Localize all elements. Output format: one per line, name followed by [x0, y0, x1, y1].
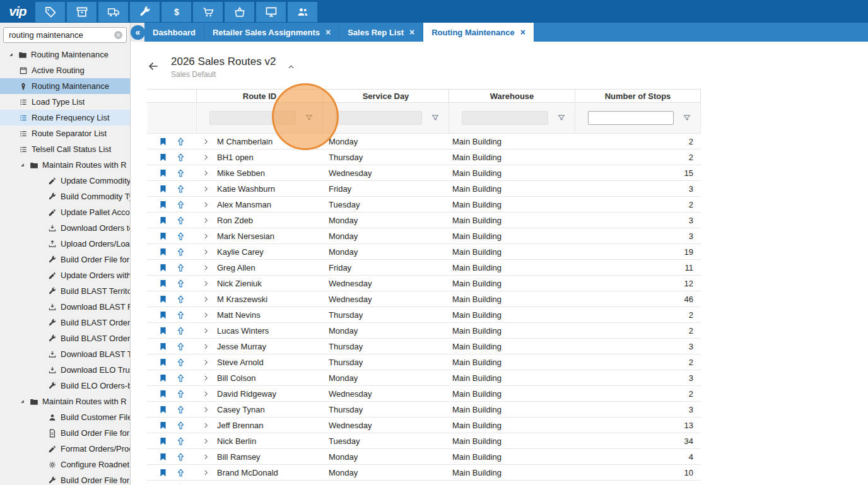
move-up-icon[interactable] [176, 373, 185, 383]
tab-routing-maintenance[interactable]: Routing Maintenance× [423, 23, 534, 42]
tree-item-maintain-routes-with-r[interactable]: Maintain Routes with R [0, 157, 130, 173]
table-row[interactable]: Jeff BrennanWednesdayMain Building13 [147, 418, 701, 433]
expand-row-icon[interactable] [202, 154, 209, 161]
service-day-filter-input[interactable] [336, 111, 422, 125]
app-logo[interactable]: vip [0, 0, 35, 23]
topbar-tab-basket[interactable] [225, 2, 254, 22]
column-header-service-day[interactable]: Service Day [322, 90, 449, 102]
table-row[interactable]: Steve ArnoldThursdayMain Building2 [147, 354, 701, 370]
move-up-icon[interactable] [176, 389, 185, 399]
warehouse-filter-input[interactable] [462, 111, 548, 125]
tree-item-maintain-routes-with-r[interactable]: Maintain Routes with R [0, 394, 130, 409]
tab-dashboard[interactable]: Dashboard [144, 23, 204, 42]
route-bookmark-icon[interactable] [158, 200, 168, 209]
close-tab-icon[interactable]: × [326, 27, 331, 37]
tab-retailer-sales-assignments[interactable]: Retailer Sales Assignments× [204, 23, 339, 42]
route-bookmark-icon[interactable] [158, 389, 168, 399]
expand-caret-icon[interactable] [19, 161, 26, 168]
expand-row-icon[interactable] [202, 453, 209, 460]
table-row[interactable]: Billy MardenThursdayMain Building [147, 481, 701, 485]
tree-item-format-orders-proc[interactable]: Format Orders/Proc [0, 441, 130, 457]
topbar-tab-wrench[interactable] [130, 2, 160, 22]
move-up-icon[interactable] [176, 310, 185, 320]
table-row[interactable]: Nick ZieniukWednesdayMain Building12 [147, 276, 701, 291]
move-up-icon[interactable] [176, 342, 185, 351]
move-up-icon[interactable] [176, 279, 185, 288]
tree-item-routing-maintenance[interactable]: Routing Maintenance [0, 47, 130, 62]
route-bookmark-icon[interactable] [158, 358, 168, 367]
route-bookmark-icon[interactable] [158, 137, 168, 146]
expand-row-icon[interactable] [202, 185, 209, 192]
move-up-icon[interactable] [176, 200, 185, 209]
expand-row-icon[interactable] [202, 138, 209, 145]
table-row[interactable]: Ron ZdebMondayMain Building3 [147, 213, 701, 228]
column-header-number-of-stops[interactable]: Number of Stops [575, 90, 701, 102]
table-row[interactable]: Mark NersesianMondayMain Building3 [147, 228, 701, 244]
move-up-icon[interactable] [176, 436, 185, 446]
collapse-header-icon[interactable] [287, 63, 295, 71]
move-up-icon[interactable] [176, 184, 185, 194]
tree-item-download-blast-t[interactable]: Download BLAST T [0, 346, 130, 362]
table-row[interactable]: Nick BerlinTuesdayMain Building34 [147, 433, 701, 449]
close-tab-icon[interactable]: × [409, 27, 414, 37]
route-id-filter-input[interactable] [209, 111, 296, 125]
route-bookmark-icon[interactable] [158, 452, 168, 462]
back-button[interactable] [147, 60, 171, 74]
tree-item-upload-orders-loa[interactable]: Upload Orders/Loa [0, 236, 130, 252]
table-row[interactable]: Casey TynanThursdayMain Building3 [147, 402, 701, 418]
tree-item-build-order-file-for[interactable]: Build Order File for [0, 425, 130, 441]
expand-row-icon[interactable] [202, 312, 209, 318]
table-row[interactable]: M KraszewskiWednesdayMain Building46 [147, 291, 701, 307]
column-header-warehouse[interactable]: Warehouse [449, 90, 575, 102]
topbar-tab-monitor[interactable] [256, 2, 286, 22]
route-bookmark-icon[interactable] [158, 326, 168, 336]
table-row[interactable]: Kaylie CareyMondayMain Building19 [147, 244, 701, 260]
expand-row-icon[interactable] [202, 469, 209, 476]
move-up-icon[interactable] [176, 295, 185, 304]
tree-item-build-elo-orders-b[interactable]: Build ELO Orders-b [0, 378, 130, 394]
table-row[interactable]: BH1 openThursdayMain Building2 [147, 149, 701, 165]
topbar-tab-cart[interactable] [193, 2, 223, 22]
tree-item-active-routing[interactable]: Active Routing [0, 62, 130, 78]
clear-search-icon[interactable] [113, 30, 124, 40]
table-row[interactable]: Bill RamseyMondayMain Building4 [147, 449, 701, 465]
tree-item-configure-roadnet[interactable]: Configure Roadnet [0, 457, 130, 472]
expand-row-icon[interactable] [202, 390, 209, 397]
expand-row-icon[interactable] [202, 170, 209, 177]
search-input[interactable] [3, 27, 127, 43]
move-up-icon[interactable] [176, 247, 185, 257]
expand-row-icon[interactable] [202, 343, 209, 350]
topbar-tab-users[interactable] [288, 2, 317, 22]
route-id-filter-icon[interactable] [305, 114, 314, 122]
table-row[interactable]: Katie WashburnFridayMain Building3 [147, 181, 701, 197]
expand-row-icon[interactable] [202, 375, 209, 382]
move-up-icon[interactable] [176, 405, 185, 414]
topbar-tab-archive[interactable] [67, 2, 97, 22]
tree-item-build-order-file-for[interactable]: Build Order File for [0, 472, 130, 485]
tree-item-download-orders-to[interactable]: Download Orders to [0, 220, 130, 236]
tree-item-telsell-call-status-list[interactable]: Telsell Call Status List [0, 141, 130, 157]
route-bookmark-icon[interactable] [158, 405, 168, 414]
table-row[interactable]: Lucas WintersMondayMain Building2 [147, 323, 701, 339]
tree-item-build-blast-orders[interactable]: Build BLAST Orders [0, 330, 130, 346]
expand-row-icon[interactable] [202, 406, 209, 413]
table-row[interactable]: Greg AllenFridayMain Building11 [147, 260, 701, 276]
close-tab-icon[interactable]: × [520, 27, 525, 37]
tree-item-download-elo-tru[interactable]: Download ELO Tru [0, 362, 130, 378]
tree-item-build-blast-orders[interactable]: Build BLAST Orders [0, 315, 130, 330]
collapse-sidebar-button[interactable]: « [131, 25, 145, 40]
move-up-icon[interactable] [176, 263, 185, 272]
table-row[interactable]: M ChamberlainMondayMain Building2 [147, 134, 701, 149]
expand-row-icon[interactable] [202, 296, 209, 303]
route-bookmark-icon[interactable] [158, 342, 168, 351]
table-row[interactable]: Alex MansmanTuesdayMain Building2 [147, 197, 701, 213]
topbar-tab-dollar[interactable] [161, 2, 191, 22]
expand-row-icon[interactable] [202, 359, 209, 366]
tree-item-routing-maintenance[interactable]: Routing Maintenance [0, 78, 130, 94]
tree-item-download-blast-f[interactable]: Download BLAST F [0, 299, 130, 315]
expand-row-icon[interactable] [202, 438, 209, 445]
route-bookmark-icon[interactable] [158, 421, 168, 430]
move-up-icon[interactable] [176, 216, 185, 225]
column-header-route-id[interactable]: Route ID [196, 90, 322, 102]
tree-item-build-blast-territo[interactable]: Build BLAST Territo [0, 283, 130, 299]
